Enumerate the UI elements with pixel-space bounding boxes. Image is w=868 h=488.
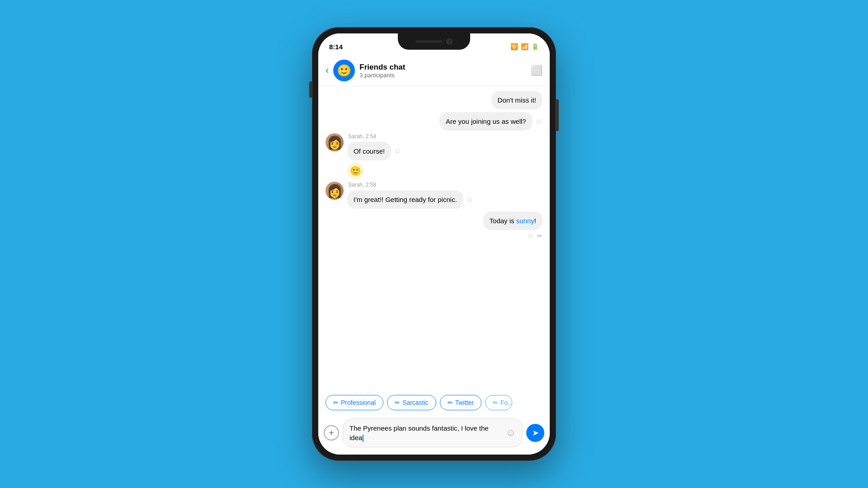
tone-chips-bar: ✏ Professional ✏ Sarcastic ✏ Twitter ✏ F… [318, 390, 550, 415]
reaction-button[interactable]: ☺ [527, 232, 534, 240]
message-content: Sarah, 2:54 Of course! ☺ 🙂 [347, 133, 401, 179]
message-content: Sarah, 2:58 I'm great!! Getting ready fo… [347, 182, 473, 209]
chat-info: Friends chat 3 participants [359, 63, 530, 79]
message-sender-time: Sarah, 2:58 [348, 182, 473, 188]
message-bubble: Don't miss it! [491, 91, 542, 109]
message-bubble: I'm great!! Getting ready for picnic. [347, 190, 463, 209]
phone-screen: 8:14 🛜 📶 🔋 ‹ 🙂 Friends chat 3 participan… [318, 33, 550, 455]
avatar [326, 133, 344, 151]
tone-chip-fourth[interactable]: ✏ Fo... [485, 395, 512, 410]
bubble-row: Of course! ☺ [347, 142, 401, 160]
message-input[interactable]: The Pyrenees plan sounds fantastic, I lo… [349, 423, 502, 442]
message-bubble: Are you joining us as well? [439, 112, 533, 131]
video-call-button[interactable]: ⬜ [530, 65, 542, 76]
table-row: Are you joining us as well? ☺ [326, 112, 542, 131]
reaction-button[interactable]: ☺ [535, 117, 542, 126]
signal-icon: 📶 [521, 43, 528, 50]
message-time: 2:54 [366, 133, 376, 140]
message-time: 2:58 [366, 182, 376, 188]
avatar [326, 182, 344, 200]
add-button[interactable]: + [324, 425, 339, 441]
message-bubble: Today is sunny! [483, 211, 542, 230]
pencil-icon: ✏ [448, 399, 453, 406]
pencil-icon: ✏ [395, 399, 400, 406]
tone-chip-label: Professional [341, 399, 376, 406]
messages-area: Don't miss it! Are you joining us as wel… [318, 86, 550, 390]
chat-subtitle: 3 participants [359, 72, 530, 79]
tone-chip-sarcastic[interactable]: ✏ Sarcastic [387, 395, 436, 410]
notch-camera [446, 38, 453, 45]
battery-icon: 🔋 [531, 43, 539, 50]
notch-speaker [415, 40, 443, 43]
tone-chip-label: Twitter [455, 399, 474, 406]
message-text: Don't miss it! [498, 96, 536, 104]
message-bubble: Of course! [347, 142, 391, 160]
tone-chip-label: Sarcastic [402, 399, 429, 406]
notch [398, 33, 470, 50]
message-text-before: Today is [490, 217, 516, 225]
chat-title: Friends chat [359, 63, 530, 72]
message-sender: Sarah [348, 182, 363, 188]
reaction-button[interactable]: ☺ [394, 147, 401, 155]
send-button[interactable]: ➤ [526, 424, 544, 442]
table-row: Today is sunny! ☺ ✏ [326, 211, 542, 240]
wifi-icon: 🛜 [510, 43, 518, 50]
message-text: I'm great!! Getting ready for picnic. [354, 196, 457, 203]
tone-chip-label: Fo... [500, 399, 512, 406]
table-row: Sarah, 2:54 Of course! ☺ 🙂 [326, 133, 542, 179]
table-row: Sarah, 2:58 I'm great!! Getting ready fo… [326, 182, 542, 209]
edit-icon[interactable]: ✏ [537, 232, 542, 239]
bubble-row: Don't miss it! [491, 91, 542, 109]
bubble-row: I'm great!! Getting ready for picnic. ☺ [347, 190, 473, 209]
message-text: Are you joining us as well? [446, 117, 526, 125]
emoji-reaction[interactable]: 🙂 [347, 163, 363, 179]
plus-icon: + [329, 428, 334, 438]
emoji-button[interactable]: ☺ [506, 427, 516, 439]
status-time: 8:14 [329, 43, 343, 51]
phone-frame: 8:14 🛜 📶 🔋 ‹ 🙂 Friends chat 3 participan… [312, 27, 556, 461]
message-text: Of course! [354, 147, 385, 155]
text-cursor [363, 435, 363, 442]
status-icons: 🛜 📶 🔋 [510, 43, 539, 50]
chat-header: ‹ 🙂 Friends chat 3 participants ⬜ [318, 56, 550, 86]
message-link[interactable]: sunny [516, 217, 534, 225]
message-input-wrap: The Pyrenees plan sounds fantastic, I lo… [343, 418, 523, 447]
tone-chip-twitter[interactable]: ✏ Twitter [440, 395, 481, 410]
reaction-button[interactable]: ☺ [466, 196, 473, 204]
input-area: + The Pyrenees plan sounds fantastic, I … [318, 415, 550, 455]
send-icon: ➤ [532, 428, 539, 438]
tone-chip-professional[interactable]: ✏ Professional [326, 395, 383, 410]
pencil-icon: ✏ [493, 399, 498, 406]
group-avatar: 🙂 [333, 60, 355, 81]
message-sender-time: Sarah, 2:54 [348, 133, 401, 140]
pencil-icon: ✏ [333, 399, 339, 406]
back-button[interactable]: ‹ [326, 65, 329, 76]
group-avatar-emoji: 🙂 [337, 64, 351, 78]
status-bar: 8:14 🛜 📶 🔋 [318, 33, 550, 56]
table-row: Don't miss it! [326, 91, 542, 109]
bubble-row: Are you joining us as well? ☺ [439, 112, 542, 131]
message-sender: Sarah [348, 133, 363, 140]
input-text: The Pyrenees plan sounds fantastic, I lo… [349, 424, 489, 441]
message-text-after: ! [534, 217, 536, 225]
